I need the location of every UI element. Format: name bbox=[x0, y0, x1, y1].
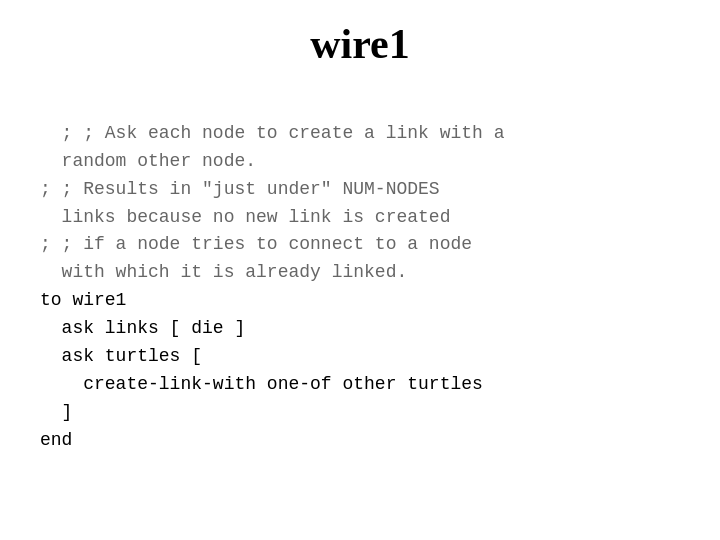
comment-line-6: with which it is already linked. bbox=[40, 262, 407, 282]
code-line-10: create-link-with one-of other turtles bbox=[40, 374, 483, 394]
code-block: ; ; Ask each node to create a link with … bbox=[0, 92, 720, 455]
code-line-9: ask turtles [ bbox=[40, 346, 202, 366]
code-line-11: ] bbox=[40, 402, 72, 422]
code-line-12: end bbox=[40, 430, 72, 450]
code-line-8: ask links [ die ] bbox=[40, 318, 245, 338]
comment-line-4: links because no new link is created bbox=[40, 207, 450, 227]
code-line-7: to wire1 bbox=[40, 290, 126, 310]
comment-line-2: random other node. bbox=[40, 151, 256, 171]
comment-line-3: ; ; Results in "just under" NUM-NODES bbox=[40, 179, 440, 199]
comment-line-5: ; ; if a node tries to connect to a node bbox=[40, 234, 472, 254]
page-title: wire1 bbox=[310, 20, 410, 68]
comment-line-1: ; ; Ask each node to create a link with … bbox=[62, 123, 505, 143]
